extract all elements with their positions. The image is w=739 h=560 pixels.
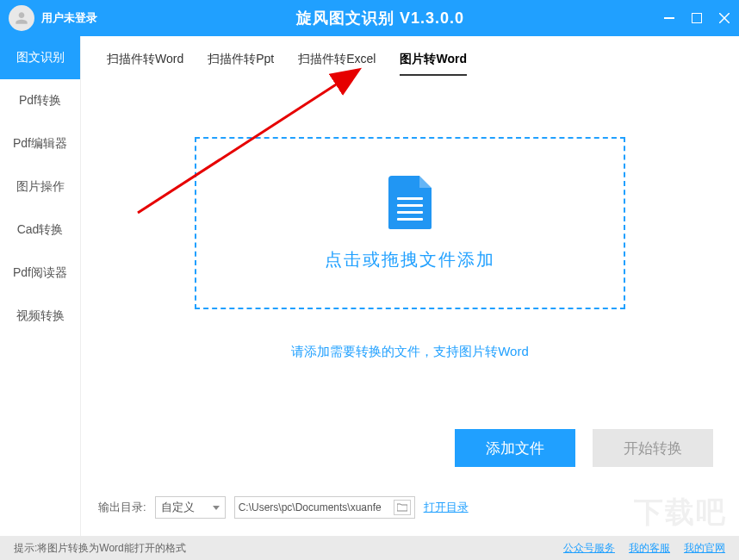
tab-scan-to-ppt[interactable]: 扫描件转Ppt <box>208 52 274 76</box>
output-path-input[interactable]: C:\Users\pc\Documents\xuanfe <box>239 501 390 513</box>
output-mode-select[interactable]: 自定义 <box>155 496 226 519</box>
window-controls <box>663 12 730 24</box>
title-bar: 用户未登录 旋风图文识别 V1.3.0.0 <box>0 0 739 36</box>
avatar[interactable] <box>9 5 34 31</box>
output-row: 输出目录: 自定义 C:\Users\pc\Documents\xuanfe 打… <box>98 496 722 519</box>
output-label: 输出目录: <box>98 500 146 515</box>
sidebar-item-pdf-convert[interactable]: Pdf转换 <box>0 79 80 122</box>
action-buttons: 添加文件 开始转换 <box>455 429 713 467</box>
sidebar: 图文识别 Pdf转换 Pdf编辑器 图片操作 Cad转换 Pdf阅读器 视频转换 <box>0 36 81 536</box>
drop-area[interactable]: 点击或拖拽文件添加 <box>195 137 625 309</box>
app-title: 旋风图文识别 V1.3.0.0 <box>97 8 663 28</box>
document-icon <box>388 176 432 229</box>
main-panel: 扫描件转Word 扫描件转Ppt 扫描件转Excel 图片转Word 点击或拖拽… <box>81 36 739 536</box>
folder-icon <box>397 503 407 512</box>
start-convert-button[interactable]: 开始转换 <box>593 429 713 467</box>
status-links: 公众号服务 我的客服 我的官网 <box>563 541 725 556</box>
maximize-button[interactable] <box>691 12 703 24</box>
status-tip: 提示:将图片转换为Word能打开的格式 <box>14 541 186 556</box>
sidebar-item-video[interactable]: 视频转换 <box>0 295 80 338</box>
link-wechat[interactable]: 公众号服务 <box>563 541 615 556</box>
minimize-button[interactable] <box>663 12 675 24</box>
sidebar-item-pdf-editor[interactable]: Pdf编辑器 <box>0 122 80 165</box>
drop-text: 点击或拖拽文件添加 <box>325 248 495 271</box>
close-button[interactable] <box>718 12 730 24</box>
tab-scan-to-word[interactable]: 扫描件转Word <box>107 52 183 76</box>
chevron-down-icon <box>213 506 220 510</box>
output-path-box: C:\Users\pc\Documents\xuanfe <box>234 496 415 519</box>
sidebar-item-ocr[interactable]: 图文识别 <box>0 36 80 79</box>
tab-image-to-word[interactable]: 图片转Word <box>400 52 467 76</box>
sidebar-item-pdf-reader[interactable]: Pdf阅读器 <box>0 252 80 295</box>
tab-scan-to-excel[interactable]: 扫描件转Excel <box>298 52 376 76</box>
add-file-button[interactable]: 添加文件 <box>455 429 575 467</box>
login-status[interactable]: 用户未登录 <box>41 10 97 26</box>
status-bar: 提示:将图片转换为Word能打开的格式 公众号服务 我的客服 我的官网 <box>0 536 739 560</box>
user-icon <box>13 9 30 27</box>
link-website[interactable]: 我的官网 <box>684 541 725 556</box>
sidebar-item-cad[interactable]: Cad转换 <box>0 208 80 252</box>
svg-rect-1 <box>692 14 702 23</box>
svg-rect-0 <box>664 17 674 19</box>
sidebar-item-image-ops[interactable]: 图片操作 <box>0 165 80 208</box>
open-dir-link[interactable]: 打开目录 <box>424 500 469 515</box>
link-support[interactable]: 我的客服 <box>629 541 670 556</box>
browse-folder-button[interactable] <box>394 500 411 515</box>
svg-marker-4 <box>213 506 220 510</box>
tab-bar: 扫描件转Word 扫描件转Ppt 扫描件转Excel 图片转Word <box>98 36 722 77</box>
format-hint: 请添加需要转换的文件，支持图片转Word <box>98 344 722 360</box>
